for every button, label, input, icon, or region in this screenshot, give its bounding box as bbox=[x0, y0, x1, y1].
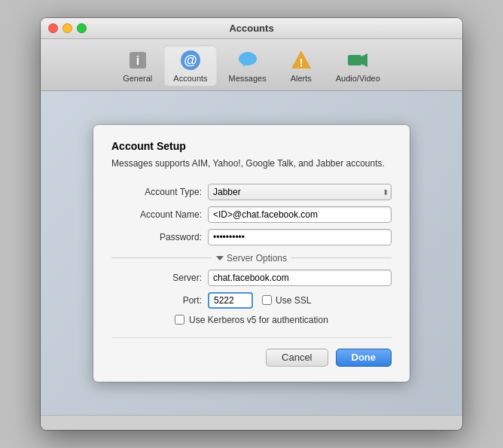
port-label: Port: bbox=[111, 295, 202, 306]
ssl-section: Use SSL bbox=[262, 295, 311, 306]
use-ssl-label: Use SSL bbox=[276, 295, 311, 306]
kerberos-row: Use Kerberos v5 for authentication bbox=[111, 315, 392, 325]
dialog-title: Account Setup bbox=[111, 140, 392, 152]
dialog-subtitle: Messages supports AIM, Yahoo!, Google Ta… bbox=[111, 157, 392, 170]
account-type-label: Account Type: bbox=[111, 187, 202, 197]
general-icon: i bbox=[126, 48, 150, 72]
svg-text:@: @ bbox=[184, 53, 197, 68]
window-controls bbox=[48, 23, 87, 33]
section-divider-left bbox=[111, 258, 212, 258]
server-input[interactable] bbox=[208, 270, 392, 286]
account-name-label: Account Name: bbox=[111, 209, 202, 220]
account-type-row: Account Type: AIM Jabber Yahoo! Google T… bbox=[111, 184, 392, 200]
password-row: Password: bbox=[111, 229, 392, 245]
collapse-icon[interactable] bbox=[216, 256, 224, 261]
cancel-button[interactable]: Cancel bbox=[266, 349, 328, 367]
dialog-buttons: Cancel Done bbox=[111, 337, 392, 367]
password-input[interactable] bbox=[208, 229, 392, 245]
alerts-icon: ! bbox=[289, 48, 313, 72]
account-name-row: Account Name: bbox=[111, 206, 392, 223]
titlebar: Accounts bbox=[41, 18, 462, 39]
close-button[interactable] bbox=[48, 23, 58, 33]
svg-point-4 bbox=[239, 52, 257, 66]
use-kerberos-label: Use Kerberos v5 for authentication bbox=[189, 315, 328, 325]
window-body: Account Setup Messages supports AIM, Yah… bbox=[41, 91, 462, 415]
accounts-icon: @ bbox=[178, 48, 203, 72]
maximize-button[interactable] bbox=[77, 23, 87, 33]
svg-text:!: ! bbox=[299, 56, 303, 69]
account-type-select-wrapper: AIM Jabber Yahoo! Google Talk ⬍ bbox=[208, 184, 392, 200]
audiovideo-icon bbox=[346, 48, 370, 72]
toolbar-label-audiovideo: Audio/Video bbox=[336, 74, 380, 83]
window-footer bbox=[41, 415, 462, 430]
done-button[interactable]: Done bbox=[336, 349, 392, 367]
toolbar-item-accounts[interactable]: @ Accounts bbox=[164, 45, 216, 86]
server-options-header: Server Options bbox=[111, 253, 392, 264]
port-input[interactable] bbox=[208, 292, 253, 309]
section-divider-right bbox=[291, 258, 392, 258]
server-label: Server: bbox=[111, 273, 202, 283]
svg-marker-9 bbox=[361, 53, 367, 67]
minimize-button[interactable] bbox=[62, 23, 72, 33]
use-ssl-checkbox[interactable] bbox=[262, 295, 272, 305]
toolbar-label-messages: Messages bbox=[229, 74, 267, 83]
toolbar-label-general: General bbox=[123, 74, 152, 83]
window-title: Accounts bbox=[229, 23, 273, 34]
account-name-input[interactable] bbox=[208, 206, 392, 223]
toolbar-label-accounts: Accounts bbox=[173, 74, 207, 83]
svg-rect-8 bbox=[348, 55, 361, 66]
main-window: Accounts i General @ Accounts bbox=[41, 18, 462, 430]
messages-icon bbox=[236, 48, 260, 72]
toolbar-item-audiovideo[interactable]: Audio/Video bbox=[327, 45, 389, 86]
password-label: Password: bbox=[111, 232, 202, 242]
toolbar-item-alerts[interactable]: ! Alerts bbox=[279, 45, 324, 86]
server-options-title: Server Options bbox=[216, 253, 287, 264]
kerberos-checkbox-row: Use Kerberos v5 for authentication bbox=[175, 315, 328, 325]
toolbar-item-messages[interactable]: Messages bbox=[220, 45, 276, 86]
account-type-select[interactable]: AIM Jabber Yahoo! Google Talk bbox=[208, 184, 392, 200]
port-ssl-row: Port: Use SSL bbox=[111, 292, 392, 309]
toolbar-item-general[interactable]: i General bbox=[114, 45, 161, 86]
account-setup-dialog: Account Setup Messages supports AIM, Yah… bbox=[93, 125, 410, 382]
toolbar-label-alerts: Alerts bbox=[291, 74, 312, 83]
use-kerberos-checkbox[interactable] bbox=[175, 315, 184, 325]
toolbar: i General @ Accounts Messag bbox=[41, 39, 462, 91]
svg-text:i: i bbox=[136, 54, 139, 67]
server-row: Server: bbox=[111, 270, 392, 286]
